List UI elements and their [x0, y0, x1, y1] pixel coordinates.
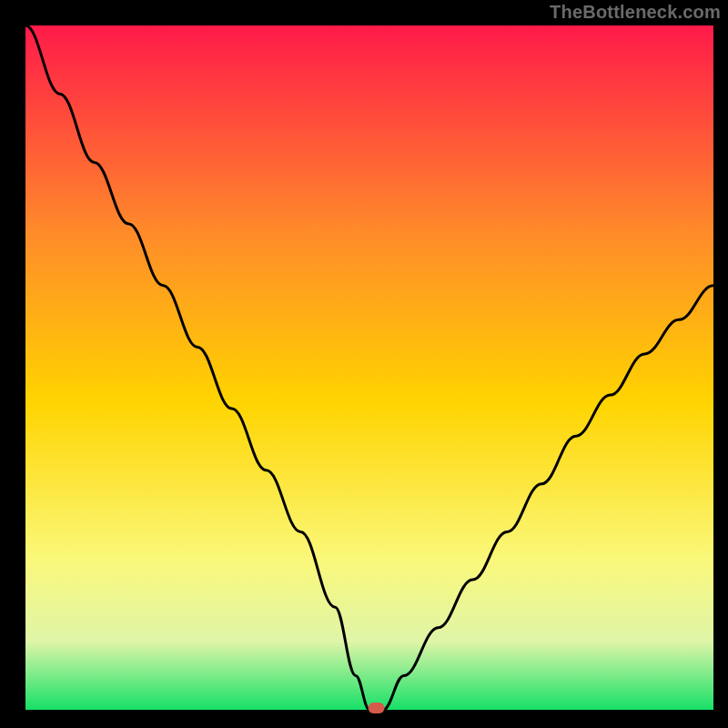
optimal-marker: [369, 703, 385, 713]
watermark-text: TheBottleneck.com: [550, 2, 721, 23]
gradient-background: [25, 25, 713, 710]
chart-frame: TheBottleneck.com: [0, 0, 728, 728]
plot-area: [25, 25, 713, 713]
bottleneck-chart: [0, 0, 728, 728]
